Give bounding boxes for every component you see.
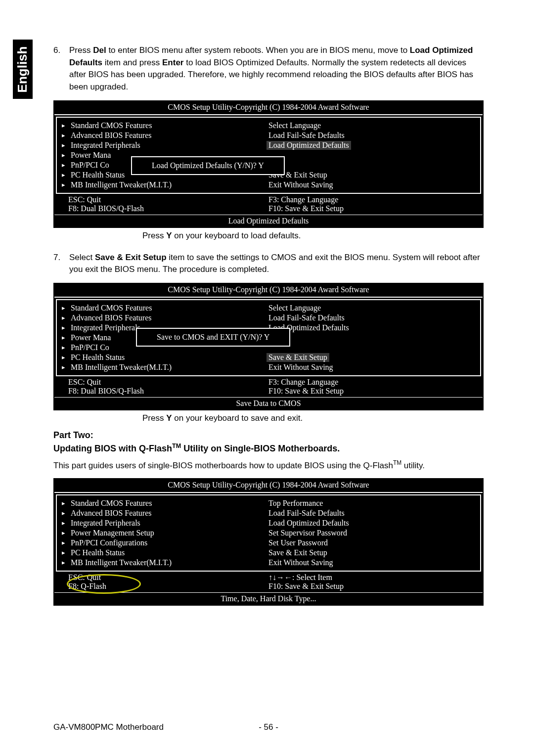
bios-menu-item: PC Health Status (71, 548, 268, 558)
bios-menu-item: Advanced BIOS Features (71, 131, 268, 140)
step-list-2: Select Save & Exit Setup item to save th… (53, 252, 484, 276)
bios-menu-item: Save & Exit Setup (268, 170, 480, 180)
bios-menu-item: MB Intelligent Tweaker(M.I.T.) (71, 180, 268, 190)
bios-screenshot-3: CMOS Setup Utility-Copyright (C) 1984-20… (53, 478, 484, 606)
bios-menu-item: Select Language (268, 303, 480, 313)
part-two-body: This part guides users of single-BIOS mo… (53, 459, 484, 471)
footer-page-number: - 56 - (259, 722, 278, 732)
step-6: Press Del to enter BIOS menu after syste… (69, 44, 484, 93)
bios-menu-item: Integrated Peripherals (71, 140, 268, 150)
bios-footer-text: Save Data to CMOS (54, 397, 483, 409)
bios-menu-item: Standard CMOS Features (71, 498, 268, 508)
bios-menu-item: Exit Without Saving (268, 180, 480, 190)
bios-menu-item: Load Fail-Safe Defaults (268, 508, 480, 518)
dialog-prompt: Load Optimized Defaults (Y/N)? Y (131, 156, 285, 175)
bios-menu-item: Load Optimized Defaults (268, 518, 480, 528)
bios-title: CMOS Setup Utility-Copyright (C) 1984-20… (54, 284, 483, 298)
bios-menu-item: Select Language (268, 121, 480, 131)
bios-menu-item (268, 333, 480, 343)
bios-menu-item: Integrated Peripherals (71, 518, 268, 528)
caption-1: Press Y on your keyboard to load default… (142, 231, 484, 241)
step-list: Press Del to enter BIOS menu after syste… (53, 44, 484, 93)
language-tab: English (13, 40, 33, 99)
bios-menu-item: Standard CMOS Features (71, 121, 268, 131)
bios-menu-item: Set Supervisor Password (268, 528, 480, 538)
bios-menu-item: Advanced BIOS Features (71, 508, 268, 518)
bios-menu-item: Top Performance (268, 498, 480, 508)
caption-2: Press Y on your keyboard to save and exi… (142, 413, 484, 423)
bios-menu-item: PnP/PCI Configurations (71, 538, 268, 548)
bios-menu-item: PC Health Status (71, 353, 268, 362)
bios-menu-item: Power Management Setup (71, 528, 268, 538)
dialog-prompt: Save to CMOS and EXIT (Y/N)? Y (136, 328, 290, 347)
bios-screenshot-1: CMOS Setup Utility-Copyright (C) 1984-20… (53, 100, 484, 228)
bios-menu-item: Load Optimized Defaults (268, 140, 480, 150)
bios-title: CMOS Setup Utility-Copyright (C) 1984-20… (54, 101, 483, 115)
bios-screenshot-2: CMOS Setup Utility-Copyright (C) 1984-20… (53, 283, 484, 410)
bios-menu-item: Save & Exit Setup (268, 548, 480, 558)
bios-title: CMOS Setup Utility-Copyright (C) 1984-20… (54, 479, 483, 493)
part-two-subheading: Updating BIOS with Q-FlashTM Utility on … (53, 443, 484, 454)
bios-menu-item: Exit Without Saving (268, 558, 480, 568)
bios-menu-item: MB Intelligent Tweaker(M.I.T.) (71, 362, 268, 372)
part-two-heading: Part Two: (53, 430, 484, 441)
step-7: Select Save & Exit Setup item to save th… (69, 252, 484, 276)
bios-menu-item (268, 343, 480, 353)
bios-menu-item: Set User Password (268, 538, 480, 548)
bios-menu-item: Advanced BIOS Features (71, 313, 268, 323)
bios-menu-item: Exit Without Saving (268, 362, 480, 372)
page-content: Press Del to enter BIOS menu after syste… (53, 44, 484, 608)
bios-footer-text: Load Optimized Defaults (54, 215, 483, 227)
page-footer: GA-VM800PMC Motherboard - 56 - (53, 722, 484, 732)
language-tab-label: English (15, 46, 31, 92)
bios-footer-text: Time, Date, Hard Disk Type... (54, 592, 483, 605)
bios-menu-item (268, 160, 480, 170)
bios-menu-item: MB Intelligent Tweaker(M.I.T.) (71, 558, 268, 568)
bios-menu-item: Load Fail-Safe Defaults (268, 131, 480, 140)
bios-menu-item: Load Fail-Safe Defaults (268, 313, 480, 323)
bios-menu-item: Standard CMOS Features (71, 303, 268, 313)
bios-menu-item: Save & Exit Setup (268, 353, 480, 362)
bios-menu-item: Load Optimized Defaults (268, 323, 480, 333)
bios-menu-item (268, 150, 480, 160)
